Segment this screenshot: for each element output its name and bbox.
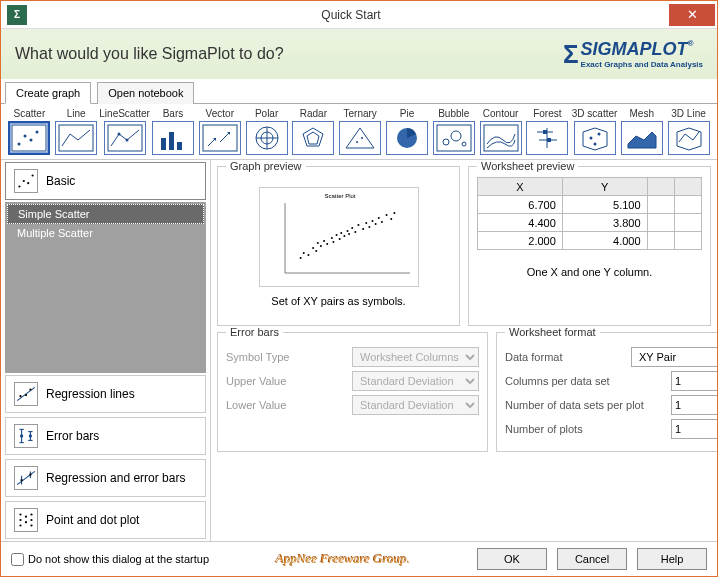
- svg-point-47: [19, 395, 21, 397]
- svg-rect-0: [12, 125, 46, 151]
- sigma-icon: Σ: [563, 39, 579, 70]
- svg-point-86: [338, 238, 340, 240]
- svg-point-99: [377, 217, 379, 219]
- sigmaplot-logo: Σ SIGMAPLOT® Exact Graphs and Data Analy…: [563, 39, 703, 70]
- svg-marker-37: [583, 128, 607, 150]
- svg-point-92: [354, 231, 356, 233]
- graphtype-3d-scatter[interactable]: 3D scatter: [572, 108, 618, 155]
- svg-point-76: [307, 254, 309, 256]
- errorbars-title: Error bars: [226, 326, 283, 338]
- svg-point-7: [117, 133, 120, 136]
- regression-icon: [14, 382, 38, 406]
- category-basic[interactable]: Basic: [5, 162, 206, 200]
- pie-icon: [386, 121, 428, 155]
- svg-point-82: [326, 243, 328, 245]
- window-title: Quick Start: [33, 8, 669, 22]
- linescatter-icon: [104, 121, 146, 155]
- graphtype-scatter[interactable]: Scatter: [7, 108, 52, 155]
- subitem-simple-scatter[interactable]: Simple Scatter: [7, 204, 204, 224]
- dont-show-checkbox[interactable]: [11, 553, 24, 566]
- svg-rect-34: [543, 130, 547, 134]
- lower-value-select: Standard Deviation: [352, 395, 479, 415]
- svg-point-101: [385, 214, 387, 216]
- help-button[interactable]: Help: [637, 548, 707, 570]
- tab-open-notebook[interactable]: Open notebook: [97, 82, 194, 104]
- svg-point-81: [323, 240, 325, 242]
- number-of-plots-input[interactable]: [671, 419, 717, 439]
- svg-point-64: [19, 519, 21, 521]
- svg-point-62: [29, 474, 31, 476]
- svg-point-68: [30, 513, 32, 515]
- graph-preview-desc: Set of XY pairs as symbols.: [271, 295, 405, 307]
- columns-per-set-input[interactable]: [671, 371, 717, 391]
- sets-per-plot-input[interactable]: [671, 395, 717, 415]
- graph-preview-title: Graph preview: [226, 160, 306, 172]
- svg-point-67: [25, 521, 27, 523]
- svg-point-97: [371, 220, 373, 222]
- svg-point-57: [29, 434, 32, 437]
- header-question: What would you like SigmaPlot to do?: [15, 45, 284, 63]
- svg-marker-22: [307, 132, 319, 144]
- graphtype-vector[interactable]: Vector: [197, 108, 242, 155]
- graphtype-line[interactable]: Line: [54, 108, 99, 155]
- ok-button[interactable]: OK: [477, 548, 547, 570]
- graphtype-ternary[interactable]: Ternary: [338, 108, 383, 155]
- svg-point-85: [335, 234, 337, 236]
- svg-point-91: [351, 227, 353, 229]
- svg-point-88: [343, 235, 345, 237]
- svg-line-58: [17, 471, 35, 484]
- upper-value-select: Standard Deviation: [352, 371, 479, 391]
- svg-point-38: [589, 137, 592, 140]
- svg-point-77: [312, 247, 314, 249]
- forest-icon: [526, 121, 568, 155]
- symbol-type-select: Worksheet Columns: [352, 347, 479, 367]
- svg-point-84: [332, 241, 334, 243]
- svg-point-96: [368, 226, 370, 228]
- svg-rect-36: [547, 138, 551, 142]
- subitem-multiple-scatter[interactable]: Multiple Scatter: [7, 224, 204, 242]
- graphtype-mesh[interactable]: Mesh: [619, 108, 664, 155]
- bars-icon: [152, 121, 194, 155]
- 3d-scatter-icon: [574, 121, 616, 155]
- worksheet-preview-title: Worksheet preview: [477, 160, 578, 172]
- wsformat-title: Worksheet format: [505, 326, 600, 338]
- close-button[interactable]: ✕: [669, 4, 715, 26]
- svg-point-80: [319, 245, 321, 247]
- svg-point-63: [19, 513, 21, 515]
- worksheet-table: XY 6.7005.100 4.4003.800 2.0004.000: [477, 177, 702, 250]
- app-icon: Σ: [7, 5, 27, 25]
- graphtype-bars[interactable]: Bars: [151, 108, 196, 155]
- data-format-select[interactable]: XY Pair: [631, 347, 717, 367]
- graphtype-radar[interactable]: Radar: [291, 108, 336, 155]
- graphtype-linescatter[interactable]: LineScatter: [101, 108, 149, 155]
- graph-preview-image: Scatter Plot: [259, 187, 419, 287]
- svg-point-39: [597, 133, 600, 136]
- tab-create-graph[interactable]: Create graph: [5, 82, 91, 104]
- graphtype-forest[interactable]: Forest: [525, 108, 570, 155]
- graphtype-bubble[interactable]: Bubble: [431, 108, 476, 155]
- vector-icon: [199, 121, 241, 155]
- svg-point-3: [30, 139, 33, 142]
- graphtype-polar[interactable]: Polar: [244, 108, 289, 155]
- svg-point-70: [30, 524, 32, 526]
- svg-point-79: [316, 242, 318, 244]
- category-regression-errorbars[interactable]: Regression and error bars: [5, 459, 206, 497]
- graphtype-3d-line[interactable]: 3D Line: [666, 108, 711, 155]
- cancel-button[interactable]: Cancel: [557, 548, 627, 570]
- category-point-dot[interactable]: Point and dot plot: [5, 501, 206, 539]
- svg-point-30: [462, 142, 466, 146]
- graphtype-pie[interactable]: Pie: [385, 108, 430, 155]
- graphtype-contour[interactable]: Contour: [478, 108, 523, 155]
- category-regression[interactable]: Regression lines: [5, 375, 206, 413]
- svg-point-24: [356, 141, 358, 143]
- svg-marker-21: [303, 128, 323, 146]
- svg-point-40: [593, 143, 596, 146]
- svg-point-49: [29, 389, 31, 391]
- svg-point-25: [361, 137, 363, 139]
- svg-rect-10: [169, 132, 174, 150]
- svg-point-87: [340, 232, 342, 234]
- category-errorbars[interactable]: Error bars: [5, 417, 206, 455]
- svg-point-78: [315, 250, 317, 252]
- svg-point-90: [348, 233, 350, 235]
- scatter-icon: [8, 121, 50, 155]
